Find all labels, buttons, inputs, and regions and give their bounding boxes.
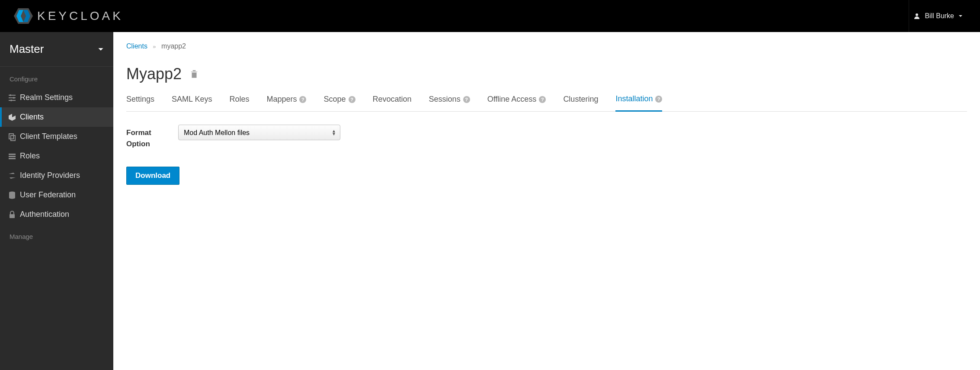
tab-revocation[interactable]: Revocation: [373, 94, 412, 111]
tab-saml-keys[interactable]: SAML Keys: [172, 94, 212, 111]
sidebar-item-realm-settings[interactable]: Realm Settings: [0, 88, 113, 107]
tab-label: Revocation: [373, 95, 412, 104]
tab-installation[interactable]: Installation?: [615, 94, 662, 112]
tab-label: Mappers: [266, 95, 297, 104]
sidebar-item-client-templates[interactable]: Client Templates: [0, 127, 113, 146]
tab-label: Offline Access: [487, 95, 537, 104]
realm-name: Master: [10, 42, 44, 56]
tab-label: Settings: [126, 95, 154, 104]
exchange-icon: [8, 171, 16, 180]
sidebar-item-label: Authentication: [20, 210, 69, 219]
help-icon[interactable]: ?: [463, 96, 470, 103]
sidebar: Master Configure Realm Settings Clients …: [0, 32, 113, 370]
sidebar-item-label: Realm Settings: [20, 93, 73, 102]
download-button[interactable]: Download: [126, 167, 179, 185]
sliders-icon: [8, 93, 16, 102]
user-icon: [913, 13, 920, 19]
chevron-down-icon: [958, 14, 963, 18]
topbar: KEYCLOAK Bill Burke: [0, 0, 980, 32]
sidebar-item-roles[interactable]: Roles: [0, 146, 113, 166]
breadcrumb-sep: »: [153, 43, 156, 50]
svg-rect-14: [9, 158, 16, 159]
tab-scope[interactable]: Scope?: [323, 94, 355, 111]
tab-label: Clustering: [563, 95, 598, 104]
tab-label: Roles: [229, 95, 249, 104]
brand-logo: KEYCLOAK: [13, 6, 123, 26]
breadcrumb-parent[interactable]: Clients: [126, 42, 147, 50]
svg-rect-13: [9, 156, 16, 157]
chevron-down-icon: [98, 46, 104, 52]
tabs: Settings SAML Keys Roles Mappers? Scope?…: [126, 94, 967, 112]
format-option-label: Format Option: [126, 125, 161, 149]
main-content: Clients » myapp2 Myapp2 Settings SAML Ke…: [113, 32, 980, 370]
tab-sessions[interactable]: Sessions?: [429, 94, 470, 111]
svg-rect-17: [192, 73, 197, 78]
nav-configure: Realm Settings Clients Client Templates …: [0, 88, 113, 224]
tab-mappers[interactable]: Mappers?: [266, 94, 306, 111]
page-title: Myapp2: [126, 65, 967, 83]
help-icon[interactable]: ?: [299, 96, 306, 103]
help-icon[interactable]: ?: [349, 96, 355, 103]
sidebar-item-label: User Federation: [20, 190, 76, 199]
realm-selector[interactable]: Master: [0, 32, 113, 67]
section-label-configure: Configure: [0, 67, 113, 88]
sidebar-item-clients[interactable]: Clients: [0, 107, 113, 127]
svg-rect-12: [9, 154, 16, 155]
help-icon[interactable]: ?: [655, 96, 662, 103]
sidebar-item-label: Identity Providers: [20, 171, 80, 180]
svg-point-8: [13, 97, 15, 99]
breadcrumb: Clients » myapp2: [126, 42, 967, 50]
breadcrumb-current: myapp2: [161, 42, 186, 50]
copy-icon: [8, 132, 16, 141]
svg-point-9: [10, 100, 12, 101]
tab-label: Installation: [615, 94, 653, 103]
user-menu[interactable]: Bill Burke: [909, 0, 967, 32]
database-icon: [8, 191, 16, 199]
sidebar-item-label: Clients: [20, 113, 44, 122]
svg-point-7: [10, 94, 11, 96]
sidebar-item-identity-providers[interactable]: Identity Providers: [0, 166, 113, 185]
sidebar-item-label: Roles: [20, 151, 40, 161]
user-name: Bill Burke: [925, 12, 954, 20]
lock-icon: [8, 210, 16, 219]
delete-button[interactable]: [189, 69, 199, 79]
brand-text: KEYCLOAK: [37, 9, 123, 23]
page-title-text: Myapp2: [126, 65, 182, 83]
cube-icon: [8, 113, 16, 122]
tab-label: SAML Keys: [172, 95, 212, 104]
svg-rect-16: [10, 214, 15, 218]
svg-rect-18: [193, 70, 196, 71]
tab-offline-access[interactable]: Offline Access?: [487, 94, 546, 111]
format-option-select[interactable]: Mod Auth Mellon files: [178, 125, 340, 140]
list-icon: [8, 152, 16, 161]
sidebar-item-user-federation[interactable]: User Federation: [0, 185, 113, 205]
sidebar-item-label: Client Templates: [20, 132, 77, 141]
section-label-manage: Manage: [0, 224, 113, 245]
tab-label: Sessions: [429, 95, 461, 104]
tab-settings[interactable]: Settings: [126, 94, 154, 111]
svg-point-3: [916, 13, 918, 16]
tab-roles[interactable]: Roles: [229, 94, 249, 111]
help-icon[interactable]: ?: [539, 96, 546, 103]
keycloak-logo-icon: [13, 6, 34, 26]
format-option-select-wrap: Mod Auth Mellon files ▲▼: [178, 125, 340, 140]
tab-clustering[interactable]: Clustering: [563, 94, 598, 111]
sidebar-item-authentication[interactable]: Authentication: [0, 205, 113, 224]
tab-label: Scope: [323, 95, 346, 104]
format-option-row: Format Option Mod Auth Mellon files ▲▼: [126, 125, 967, 149]
